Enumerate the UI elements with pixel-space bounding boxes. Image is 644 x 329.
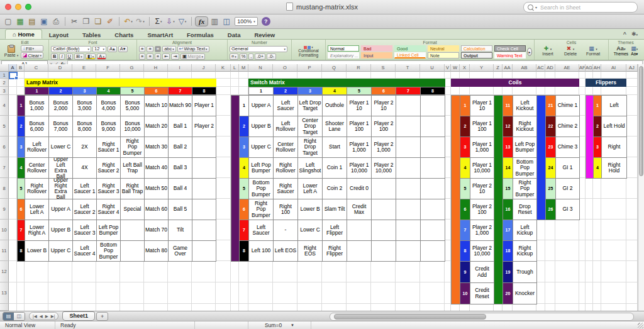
switch-cell[interactable]: Right Drop Target — [297, 137, 323, 158]
lamp-cell[interactable] — [120, 220, 145, 241]
switch-cell[interactable]: Player 1 10 — [347, 95, 372, 116]
coil-cell[interactable]: Chime 2 — [555, 116, 580, 137]
format-painter-icon[interactable]: ✐ — [104, 16, 116, 27]
coil-number[interactable]: 4 — [460, 157, 470, 179]
lamp-cell[interactable]: Bonus 10,000 — [120, 116, 145, 137]
coil-cell[interactable]: Left Kickup — [513, 220, 537, 241]
flipper-number[interactable]: 4 — [593, 157, 602, 179]
coil-number[interactable]: 18 — [502, 240, 513, 262]
align-right-icon[interactable]: ≡ — [155, 53, 161, 60]
delete-button[interactable]: ✖ ▾Delete — [559, 45, 582, 56]
lamp-cell[interactable]: Left Pop Bumper — [96, 220, 121, 241]
lamp-cell[interactable]: Bonus 4,000 — [96, 95, 121, 116]
switch-cell[interactable]: Upper B — [248, 116, 274, 137]
lamp-cell[interactable]: Right Saucer 4 — [96, 199, 121, 220]
coils-strip-orange[interactable] — [451, 95, 460, 304]
switch-cell[interactable]: Outhole — [322, 95, 347, 116]
switch-cell[interactable]: Right Rollover — [273, 157, 298, 179]
lamp-cell[interactable]: Right Ball Trap — [120, 178, 145, 199]
bold-button[interactable]: B — [51, 53, 58, 60]
lamp-cell[interactable]: 2X — [72, 137, 97, 158]
format-button[interactable]: ▦ ▾Format — [582, 45, 604, 56]
tab-smartart[interactable]: SmartArt — [140, 30, 180, 39]
switch-cell[interactable] — [420, 220, 445, 241]
lamp-cell[interactable]: Ball 2 — [168, 137, 192, 158]
switch-row-label[interactable]: 5 — [239, 178, 249, 199]
switch-cell[interactable]: Left Flipper — [322, 220, 347, 241]
switch-cell[interactable]: Credit 0 — [347, 178, 372, 199]
column-header-S[interactable]: S — [371, 64, 396, 72]
switch-cell[interactable] — [396, 178, 421, 199]
style-chip-warning-text[interactable]: Warning Text — [494, 52, 526, 59]
open-gallery-icon[interactable]: ▦ — [14, 16, 26, 27]
sheet-tab[interactable]: Sheet1 — [62, 311, 95, 321]
borders-icon[interactable]: ⊞▾ — [74, 53, 84, 60]
style-chip-calculation[interactable]: Calculation — [461, 45, 492, 52]
lamp-cell[interactable] — [192, 157, 216, 179]
grow-font-icon[interactable]: A▴ — [108, 46, 117, 52]
toolbox-icon[interactable]: ▥ — [209, 16, 220, 27]
row-header-4[interactable]: 4 — [0, 95, 9, 116]
lamp-cell[interactable]: Upper C — [48, 240, 73, 262]
column-header-AD[interactable]: AD — [545, 64, 555, 72]
fill-color-icon[interactable]: ◧▾ — [86, 53, 96, 60]
coil-number[interactable]: 6 — [460, 199, 470, 220]
coil-number[interactable]: 12 — [502, 116, 513, 137]
column-header-AA[interactable]: AA — [502, 64, 513, 72]
switch-cell[interactable]: Player 1 100 — [347, 116, 372, 137]
style-chip-bad[interactable]: Bad — [361, 45, 392, 52]
switch-cell[interactable] — [347, 220, 372, 241]
lamp-cell[interactable]: Upper Left Extra Ball — [48, 157, 73, 179]
number-format-select[interactable]: General▾ — [230, 46, 287, 52]
lamp-cell[interactable]: Bonus 8,000 — [72, 116, 97, 137]
switch-cell[interactable]: Right Pop Bumper — [248, 199, 274, 220]
column-header-AB[interactable]: AB — [513, 64, 536, 72]
switch-side-strip[interactable] — [231, 95, 240, 262]
column-header-AG[interactable]: AG — [586, 64, 593, 72]
column-header-N[interactable]: N — [248, 64, 273, 72]
sheet-nav-arrow-2[interactable]: ▶ — [45, 314, 48, 319]
column-header-W[interactable]: W — [451, 64, 460, 72]
switch-cell[interactable]: Center Rollover — [273, 137, 298, 158]
switch-cell[interactable]: Slam Tilt — [322, 199, 347, 220]
open-icon[interactable]: ▤ — [26, 16, 38, 27]
lamp-cell[interactable]: Player 1 — [192, 95, 216, 116]
column-header-O[interactable]: O — [273, 64, 297, 72]
lamp-cell[interactable]: Lower B — [25, 240, 49, 262]
decrease-decimal-icon[interactable]: .0- — [267, 53, 276, 60]
switch-cell[interactable]: Bottom Pop Bumper — [248, 178, 274, 199]
tab-review[interactable]: Review — [247, 30, 282, 39]
row-header-2[interactable]: 2 — [0, 79, 9, 87]
paste-button[interactable]: Paste ▾ — [3, 45, 19, 59]
lamp-cell[interactable]: Player 2 — [192, 116, 216, 137]
media-browser-icon[interactable]: ◫ — [221, 16, 232, 27]
switch-col-header[interactable]: 8 — [420, 87, 445, 95]
column-header-L[interactable]: L — [231, 64, 239, 72]
switch-col-header[interactable]: 6 — [371, 87, 396, 95]
switch-cell[interactable] — [420, 137, 445, 158]
coil-number[interactable]: 14 — [502, 157, 513, 179]
lamp-cell[interactable]: Match 70 — [144, 220, 169, 241]
column-header-Z[interactable]: Z — [494, 64, 502, 72]
row-header-7[interactable]: 7 — [0, 157, 9, 178]
switch-cell[interactable] — [420, 116, 445, 137]
style-chip-normal[interactable]: Normal — [328, 45, 359, 52]
flippers-title[interactable]: Flippers — [586, 79, 626, 87]
switch-cell[interactable]: Left Pop Bumper — [248, 157, 274, 179]
column-header-F[interactable]: F — [96, 64, 120, 72]
column-header-Y[interactable]: Y — [470, 64, 494, 72]
switch-cell[interactable]: Upper C — [248, 137, 274, 158]
switch-cell[interactable] — [420, 178, 445, 199]
switch-cell[interactable] — [396, 95, 421, 116]
lamp-cell[interactable]: Bonus 5,000 — [120, 95, 145, 116]
accounting-format-icon[interactable]: ¤▾ — [230, 53, 238, 60]
lamp-cell[interactable]: Bonus 2,000 — [48, 95, 73, 116]
switch-cell[interactable]: Player 2 10 — [371, 95, 396, 116]
coils-strip-green[interactable] — [494, 95, 503, 304]
switch-cell[interactable]: Right 100 — [273, 199, 298, 220]
lamp-cell[interactable]: Ball 5 — [168, 199, 192, 220]
coil-cell[interactable]: Right Kickout — [513, 116, 537, 137]
switch-cell[interactable]: Player 1 10,000 — [347, 157, 372, 179]
percent-icon[interactable]: % — [240, 53, 248, 60]
switch-col-header[interactable]: 1 — [248, 87, 274, 95]
